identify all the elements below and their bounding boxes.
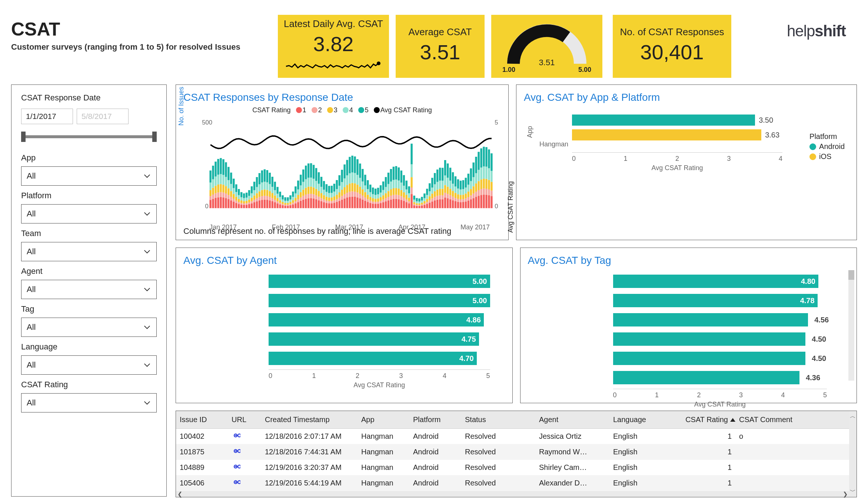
- kpi-latest-label: Latest Daily Avg. CSAT: [284, 18, 383, 30]
- bar-rect[interactable]: 4.86: [269, 313, 484, 326]
- slider-handle-left[interactable]: [21, 132, 26, 142]
- bar-rect[interactable]: 4.36: [613, 371, 800, 384]
- header-url[interactable]: URL: [232, 415, 265, 424]
- bar-row[interactable]: Shirley Campbell 4.86: [269, 312, 490, 328]
- table-row[interactable]: 101875 12/18/2016 7:44:31 AM Hangman And…: [176, 444, 849, 460]
- bar-row[interactable]: sales 4.50: [613, 350, 827, 367]
- bar-rect[interactable]: 4.50: [613, 332, 806, 346]
- bar-row[interactable]: feature-question 4.50: [613, 331, 827, 347]
- svg-rect-522: [475, 183, 477, 192]
- cell-url[interactable]: [232, 432, 265, 441]
- chevron-left-icon[interactable]: ❮: [177, 491, 182, 498]
- svg-rect-237: [328, 198, 330, 201]
- svg-rect-471: [449, 195, 451, 199]
- chevron-right-icon[interactable]: ❯: [843, 491, 848, 498]
- filter-select-language[interactable]: All: [21, 355, 157, 375]
- bar-row[interactable]: Jessica Ortiz 5.00: [269, 273, 490, 289]
- svg-rect-329: [375, 189, 376, 195]
- bar-ios[interactable]: [572, 129, 761, 140]
- svg-rect-535: [483, 195, 485, 208]
- header-issue-id[interactable]: Issue ID: [180, 415, 232, 424]
- filter-select-team[interactable]: All: [21, 242, 157, 261]
- bar-row[interactable]: Raymond Wagner 5.00: [269, 292, 490, 309]
- header-language[interactable]: Language: [613, 415, 672, 424]
- agent-chart[interactable]: Jessica Ortiz 5.00 Raymond Wagner 5.00 S…: [183, 269, 505, 388]
- header-rating[interactable]: CSAT Rating: [672, 415, 739, 424]
- header-platform[interactable]: Platform: [413, 415, 465, 424]
- filter-date-title: CSAT Response Date: [21, 93, 157, 103]
- header-created[interactable]: Created Timestamp: [265, 415, 361, 424]
- filter-select-tag[interactable]: All: [21, 318, 157, 337]
- filter-select-platform[interactable]: All: [21, 204, 157, 223]
- cell-url[interactable]: [232, 463, 265, 472]
- bar-row[interactable]: notifications 4.36: [613, 369, 827, 386]
- svg-rect-540: [485, 195, 487, 208]
- bar-android[interactable]: [572, 115, 755, 126]
- vertical-scrollbar[interactable]: ︿ ﹀: [849, 411, 857, 497]
- header-comment[interactable]: CSAT Comment: [739, 415, 835, 424]
- filter-select-agent[interactable]: All: [21, 280, 157, 299]
- svg-rect-380: [403, 201, 405, 208]
- bar-rect[interactable]: 4.70: [269, 352, 477, 365]
- date-from-input[interactable]: 1/1/2017: [21, 109, 73, 124]
- svg-rect-157: [287, 203, 289, 205]
- svg-rect-381: [403, 198, 405, 201]
- header-app[interactable]: App: [361, 415, 413, 424]
- chevron-up-icon[interactable]: ︿: [850, 412, 856, 420]
- svg-rect-340: [382, 202, 384, 208]
- cell-url[interactable]: [232, 448, 265, 456]
- table-row[interactable]: 100402 12/18/2016 2:07:17 AM Hangman And…: [176, 429, 849, 444]
- svg-rect-32: [222, 185, 224, 192]
- slider-handle-right[interactable]: [152, 132, 157, 142]
- svg-rect-34: [222, 159, 224, 175]
- svg-rect-255: [338, 201, 340, 208]
- bar-row[interactable]: admin 4.78: [613, 292, 827, 309]
- svg-rect-365: [395, 199, 397, 208]
- svg-rect-411: [418, 205, 420, 206]
- svg-rect-405: [416, 206, 418, 208]
- panel-title: CSAT Responses by Response Date: [183, 92, 501, 103]
- header-agent[interactable]: Agent: [539, 415, 613, 424]
- table-row[interactable]: 105406 12/19/2016 5:44:19 AM Hangman And…: [176, 475, 849, 491]
- table-row[interactable]: 104889 12/19/2016 3:20:37 AM Hangman And…: [176, 460, 849, 475]
- svg-rect-6: [209, 196, 211, 200]
- svg-rect-166: [292, 203, 294, 204]
- svg-rect-358: [390, 182, 392, 189]
- svg-rect-423: [423, 198, 425, 201]
- svg-rect-310: [367, 202, 369, 208]
- bar-rect[interactable]: 5.00: [269, 294, 490, 307]
- bar-rect[interactable]: 4.56: [613, 313, 808, 326]
- bar-row[interactable]: Albert Flores 4.70: [269, 350, 490, 367]
- svg-rect-251: [336, 199, 338, 202]
- svg-rect-110: [264, 200, 266, 208]
- date-slider[interactable]: [21, 135, 157, 138]
- svg-rect-135: [276, 203, 278, 208]
- bar-row[interactable]: Alexander Duncan 4.75: [269, 331, 490, 347]
- chevron-down-icon[interactable]: ﹀: [850, 488, 856, 495]
- app-platform-chart[interactable]: App Hangman 3.50 3.63: [524, 106, 849, 184]
- filter-select-csat rating[interactable]: All: [21, 393, 157, 412]
- tag-chart[interactable]: bug-report 4.80 admin 4.78 sdk 4.56 feat…: [528, 269, 849, 388]
- filter-select-app[interactable]: All: [21, 166, 157, 186]
- svg-rect-296: [359, 194, 361, 198]
- stacked-bar-chart[interactable]: 500 0 5 0: [183, 116, 501, 220]
- svg-rect-99: [256, 177, 258, 187]
- svg-rect-82: [248, 199, 250, 202]
- svg-rect-45: [230, 200, 232, 208]
- bar-row[interactable]: sdk 4.56: [613, 312, 827, 328]
- bar-rect[interactable]: 4.80: [613, 275, 818, 288]
- link-icon: [232, 463, 240, 470]
- bar-rect[interactable]: 4.50: [613, 352, 806, 365]
- chart-scrollbar[interactable]: [848, 270, 854, 381]
- horizontal-scrollbar[interactable]: ❮ ❯: [176, 491, 849, 497]
- bar-rect[interactable]: 5.00: [269, 275, 490, 288]
- svg-rect-212: [315, 189, 317, 195]
- bar-row[interactable]: bug-report 4.80: [613, 273, 827, 289]
- date-to-input[interactable]: 5/8/2017: [77, 109, 129, 124]
- bar-rect[interactable]: 4.78: [613, 294, 818, 307]
- svg-rect-384: [403, 175, 405, 186]
- header-status[interactable]: Status: [465, 415, 539, 424]
- bar-rect[interactable]: 4.75: [269, 332, 479, 346]
- cell-platform: Android: [413, 463, 465, 472]
- cell-url[interactable]: [232, 479, 265, 487]
